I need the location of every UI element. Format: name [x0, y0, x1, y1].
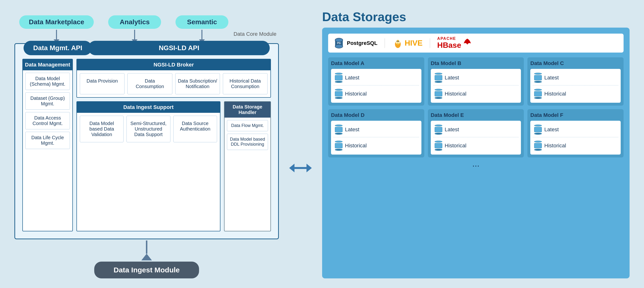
main-container: Data Marketplace Analytics Semantic	[0, 0, 644, 288]
data-mgmt-api-pill: Data Mgmt. API	[24, 41, 92, 55]
model-a-items: Latest Historical	[331, 69, 422, 103]
bottom-row: Data Ingest Support Data Model based Dat…	[76, 101, 271, 231]
broker-item-2: Data Subscription/ Notification	[175, 73, 220, 94]
storage-item-0: Data Flow Mgmt.	[227, 120, 268, 131]
right-section: Data Storages PG PostgreSQL	[322, 9, 630, 279]
model-c-historical-label: Historical	[544, 91, 566, 97]
model-e-historical: Historical	[433, 139, 519, 152]
mgmt-item-3: Data Life Cycle Mgmt.	[25, 132, 70, 149]
model-b-historical-label: Historical	[445, 91, 466, 97]
model-d-latest-label: Latest	[345, 127, 360, 133]
db-logos-row: PG PostgreSQL HIVE	[328, 34, 624, 53]
model-group-e: Data Model E Latest	[428, 109, 524, 157]
storage-handler-header: Data Storage Handler	[224, 102, 270, 118]
apache-text: APACHE	[437, 36, 456, 41]
db-stack-latest-d	[335, 125, 342, 135]
db-stack-historical-f	[534, 141, 542, 151]
bidirectional-arrows	[288, 58, 312, 279]
data-core-module-label: Data Core Module	[234, 31, 276, 37]
model-f-items: Latest Historical	[530, 121, 621, 154]
hbase-logo: APACHE HBase	[437, 36, 472, 50]
right-column: NGSI-LD Broker Data Provision Data Consu…	[76, 59, 271, 231]
model-c-label: Data Model C	[530, 60, 621, 66]
db-stack-latest-f	[534, 125, 542, 135]
model-a-latest: Latest	[334, 71, 419, 85]
model-d-label: Data Model D	[331, 112, 422, 118]
inner-content: Data Management Data Model (Schema) Mgmt…	[19, 59, 274, 235]
dots-row: ...	[328, 159, 624, 169]
model-group-d: Data Model D Latest	[328, 109, 424, 157]
model-a-historical-label: Historical	[345, 91, 366, 97]
db-stack-latest-a	[335, 73, 342, 83]
broker-item-1: Data Consumption	[128, 73, 172, 94]
model-group-b: Dta Model B Latest	[428, 57, 524, 106]
data-management-header: Data Management	[23, 59, 72, 70]
ngsi-ld-broker-section: NGSI-LD Broker Data Provision Data Consu…	[76, 59, 271, 98]
hive-text: HIVE	[404, 39, 422, 47]
model-e-items: Latest Historical	[431, 121, 521, 154]
model-f-historical: Historical	[533, 139, 618, 152]
model-f-latest-label: Latest	[544, 127, 559, 133]
left-section: Data Marketplace Analytics Semantic	[14, 9, 279, 279]
storage-handler-items: Data Flow Mgmt. Data Model based DDL Pro…	[224, 118, 270, 152]
ingest-items-list: Data Model based Data Validation Semi-St…	[77, 113, 220, 145]
mgmt-item-1: Dataset (Group) Mgmt.	[25, 92, 70, 110]
data-marketplace-pill: Data Marketplace	[19, 15, 94, 29]
model-d-historical-label: Historical	[345, 143, 366, 149]
model-group-c: Data Model C Latest	[528, 57, 624, 106]
db-stack-historical-e	[434, 141, 442, 151]
model-c-items: Latest Historical	[530, 69, 621, 103]
svg-point-10	[397, 41, 398, 42]
model-f-historical-label: Historical	[544, 143, 566, 149]
ingest-item-0: Data Model based Data Validation	[80, 116, 124, 142]
model-e-latest-label: Latest	[445, 127, 459, 133]
model-c-latest-label: Latest	[544, 75, 559, 81]
broker-item-0: Data Provision	[80, 73, 124, 94]
ngsi-ld-api-pill: NGSI-LD API	[88, 41, 270, 55]
postgresql-logo: PG PostgreSQL	[333, 37, 378, 49]
data-ingest-support-section: Data Ingest Support Data Model based Dat…	[76, 101, 220, 231]
model-d-latest: Latest	[334, 123, 419, 137]
models-grid: Data Model A Latest	[328, 57, 624, 157]
postgresql-icon: PG	[333, 37, 345, 49]
svg-text:PG: PG	[337, 42, 341, 44]
hive-logo: HIVE	[392, 37, 422, 49]
mgmt-items-list: Data Model (Schema) Mgmt. Dataset (Group…	[23, 70, 72, 151]
db-stack-latest-c	[534, 73, 542, 83]
storages-box: PG PostgreSQL HIVE	[322, 28, 630, 279]
db-stack-historical-b	[434, 89, 442, 99]
analytics-pill: Analytics	[108, 15, 161, 29]
mgmt-item-2: Data Access Control Mgmt.	[25, 112, 70, 129]
ingest-item-1: Semi-Structured, Unstructured Data Suppo…	[126, 116, 170, 142]
model-b-latest: Latest	[433, 71, 519, 85]
model-b-latest-label: Latest	[445, 75, 459, 81]
model-a-latest-label: Latest	[345, 75, 360, 81]
svg-point-11	[398, 41, 399, 42]
db-stack-historical-a	[335, 89, 342, 99]
api-row: Data Mgmt. API NGSI-LD API	[19, 41, 274, 55]
hbase-text: HBase	[437, 41, 461, 50]
model-d-historical: Historical	[334, 139, 419, 152]
storage-item-1: Data Model based DDL Provisioning	[227, 134, 268, 150]
broker-header: NGSI-LD Broker	[77, 59, 270, 70]
model-a-historical: Historical	[334, 87, 419, 100]
model-e-latest: Latest	[433, 123, 519, 137]
ingest-support-header: Data Ingest Support	[77, 102, 220, 113]
model-b-label: Dta Model B	[431, 60, 521, 66]
semantic-pill: Semantic	[176, 15, 228, 29]
postgresql-text: PostgreSQL	[347, 40, 378, 46]
svg-point-3	[335, 38, 343, 42]
hbase-feather-icon	[462, 37, 472, 49]
model-group-f: Data Model F Latest	[528, 109, 624, 157]
data-storage-handler-section: Data Storage Handler Data Flow Mgmt. Dat…	[224, 101, 271, 231]
db-stack-latest-e	[434, 125, 442, 135]
data-management-section: Data Management Data Model (Schema) Mgmt…	[22, 59, 73, 231]
model-e-label: Data Model E	[431, 112, 521, 118]
ingest-item-2: Data Source Authentication	[173, 116, 217, 142]
svg-point-2	[335, 44, 343, 48]
db-stack-historical-c	[534, 89, 542, 99]
model-a-label: Data Model A	[331, 60, 422, 66]
db-stack-latest-b	[434, 73, 442, 83]
broker-item-3: Historical Data Consumption	[223, 73, 268, 94]
bottom-area: Data Ingest Module	[14, 241, 279, 279]
